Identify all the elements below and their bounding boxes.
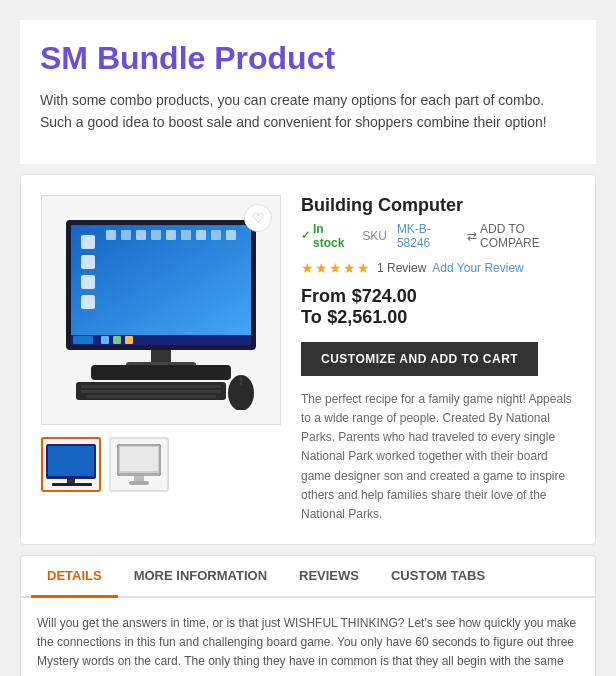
svg-rect-4 xyxy=(73,336,93,344)
customize-add-to-cart-button[interactable]: CUSTOMIZE AND ADD TO CART xyxy=(301,342,538,376)
price-from-value: $724.00 xyxy=(352,286,417,306)
compare-icon: ⇄ xyxy=(467,229,477,243)
product-main: ♡ xyxy=(41,195,575,524)
svg-rect-7 xyxy=(81,275,95,289)
svg-rect-34 xyxy=(52,483,92,486)
svg-rect-19 xyxy=(113,336,121,344)
page-title: SM Bundle Product xyxy=(40,40,576,77)
star-rating: ★★★★★ xyxy=(301,260,371,276)
product-title: Building Computer xyxy=(301,195,575,216)
tab-content: Will you get the answers in time, or is … xyxy=(21,598,595,676)
svg-rect-38 xyxy=(120,447,158,471)
tab-details[interactable]: DETAILS xyxy=(31,556,118,598)
svg-rect-23 xyxy=(91,365,231,380)
svg-rect-11 xyxy=(136,230,146,240)
price-range: From $724.00 To $2,561.00 xyxy=(301,286,575,328)
product-info: Building Computer In stock SKU MK-B-5824… xyxy=(301,195,575,524)
sku-value[interactable]: MK-B-58246 xyxy=(397,222,457,250)
svg-rect-12 xyxy=(151,230,161,240)
svg-rect-17 xyxy=(226,230,236,240)
thumbnail-2[interactable] xyxy=(109,437,169,492)
tabs-section: DETAILS MORE INFORMATION REVIEWS CUSTOM … xyxy=(20,555,596,676)
svg-rect-10 xyxy=(121,230,131,240)
product-description: The perfect recipe for a family game nig… xyxy=(301,390,575,524)
svg-rect-27 xyxy=(86,395,216,398)
tab-bar: DETAILS MORE INFORMATION REVIEWS CUSTOM … xyxy=(21,556,595,598)
tab-custom-tabs[interactable]: CUSTOM TABS xyxy=(375,556,501,598)
page-header: SM Bundle Product With some combo produc… xyxy=(20,20,596,164)
svg-rect-14 xyxy=(181,230,191,240)
price-to-label: To xyxy=(301,307,322,327)
compare-label: ADD TO COMPARE xyxy=(480,222,575,250)
tab-more-information[interactable]: MORE INFORMATION xyxy=(118,556,283,598)
svg-rect-8 xyxy=(81,295,95,309)
svg-rect-5 xyxy=(81,235,95,249)
svg-rect-20 xyxy=(125,336,133,344)
price-to: To $2,561.00 xyxy=(301,307,575,328)
svg-rect-40 xyxy=(129,481,149,485)
thumbnail-1[interactable] xyxy=(41,437,101,492)
compare-link[interactable]: ⇄ ADD TO COMPARE xyxy=(467,222,575,250)
heart-icon: ♡ xyxy=(252,210,265,226)
product-card: ♡ xyxy=(20,174,596,545)
svg-rect-16 xyxy=(211,230,221,240)
svg-rect-31 xyxy=(48,446,94,476)
product-image-area: ♡ xyxy=(41,195,281,524)
in-stock-badge: In stock xyxy=(301,222,352,250)
price-to-value: $2,561.00 xyxy=(327,307,407,327)
review-count: 1 Review xyxy=(377,261,426,275)
sku-label: SKU xyxy=(362,229,387,243)
product-thumbnails xyxy=(41,437,281,492)
wishlist-button[interactable]: ♡ xyxy=(244,204,272,232)
price-from-label: From xyxy=(301,286,346,306)
tab-reviews[interactable]: REVIEWS xyxy=(283,556,375,598)
svg-rect-18 xyxy=(101,336,109,344)
rating-row: ★★★★★ 1 Review Add Your Review xyxy=(301,260,575,276)
page-description: With some combo products, you can create… xyxy=(40,89,576,134)
svg-rect-2 xyxy=(71,225,251,335)
svg-rect-25 xyxy=(81,385,221,388)
svg-rect-6 xyxy=(81,255,95,269)
svg-rect-9 xyxy=(106,230,116,240)
tab-details-text: Will you get the answers in time, or is … xyxy=(37,614,579,676)
svg-rect-13 xyxy=(166,230,176,240)
product-illustration xyxy=(51,210,271,410)
price-from: From $724.00 xyxy=(301,286,575,307)
svg-rect-15 xyxy=(196,230,206,240)
svg-rect-26 xyxy=(81,390,221,393)
product-main-image: ♡ xyxy=(41,195,281,425)
svg-rect-3 xyxy=(71,335,251,345)
add-review-link[interactable]: Add Your Review xyxy=(432,261,523,275)
product-meta: In stock SKU MK-B-58246 ⇄ ADD TO COMPARE xyxy=(301,222,575,250)
